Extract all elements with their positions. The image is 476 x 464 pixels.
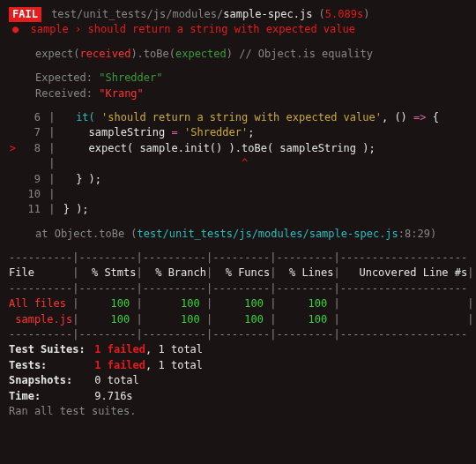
bullet-icon: ● xyxy=(12,23,19,35)
result-header: FAIL test/unit_tests/js/modules/sample-s… xyxy=(9,7,467,22)
suite-name: sample xyxy=(30,23,68,35)
assertion-message: expect(received).toBe(expected) // Objec… xyxy=(9,47,467,62)
failing-test-line: ● sample › should return a string with e… xyxy=(9,22,467,37)
summary-suites: Test Suites: 1 failed, 1 total xyxy=(9,342,467,357)
received-line: Received: "Krang" xyxy=(9,86,467,101)
test-title: should return a string with expected val… xyxy=(88,23,355,35)
expected-line: Expected: "Shredder" xyxy=(9,71,467,86)
test-path-dir: test/unit_tests/js/modules/ xyxy=(51,8,223,20)
code-line: 11 | } ); xyxy=(9,202,467,217)
summary-time: Time: 9.716s xyxy=(9,389,467,404)
code-line: 10 | xyxy=(9,187,467,202)
code-line: 7 | sampleString = 'Shredder'; xyxy=(9,125,467,140)
summary-footer: Ran all test suites. xyxy=(9,404,467,419)
summary-snapshots: Snapshots: 0 total xyxy=(9,373,467,388)
fail-badge: FAIL xyxy=(9,7,41,22)
code-line: | ^ xyxy=(9,156,467,171)
coverage-table: ----------|---------|----------|--------… xyxy=(9,251,467,342)
received-value: "Krang" xyxy=(99,87,144,100)
test-duration: 5.089s xyxy=(325,8,363,20)
code-line: 9 | } ); xyxy=(9,172,467,187)
stack-file: test/unit_tests/js/modules/sample-spec.j… xyxy=(138,228,398,240)
code-frame: 6 | it( 'should return a string with exp… xyxy=(9,110,467,218)
summary-tests: Tests: 1 failed, 1 total xyxy=(9,358,467,373)
expected-value: "Shredder" xyxy=(99,71,162,84)
code-line: >8 | expect( sample.init() ).toBe( sampl… xyxy=(9,141,467,156)
code-line: 6 | it( 'should return a string with exp… xyxy=(9,110,467,125)
test-path-file: sample-spec.js xyxy=(223,8,312,20)
stack-trace: at Object.toBe (test/unit_tests/js/modul… xyxy=(9,227,467,242)
